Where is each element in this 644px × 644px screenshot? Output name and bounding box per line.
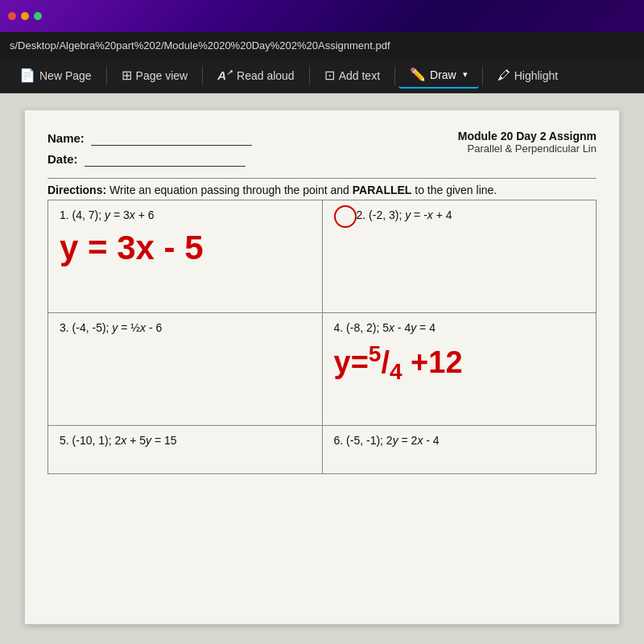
highlight-icon: 🖍	[497, 68, 510, 83]
draw-button[interactable]: ✏️ Draw ▾	[398, 62, 479, 89]
problem-3-number: 3.	[60, 321, 72, 334]
separator-5	[482, 66, 483, 85]
problem-4-number: 4.	[334, 321, 347, 334]
page-view-label: Page view	[136, 69, 188, 82]
directions: Directions: Write an equation passing th…	[47, 178, 597, 196]
name-date-section: Name: Date:	[47, 130, 458, 171]
separator-3	[309, 66, 310, 85]
problem-1-number: 1.	[60, 208, 72, 221]
problem-6-text: (-5, -1); 2y = 2x - 4	[346, 434, 440, 447]
problem-grid: 1. (4, 7); y = 3x + 6 y = 3x - 5 2. (-2,…	[47, 200, 597, 426]
draw-label: Draw	[430, 68, 456, 81]
problem-6-label: 6. (-5, -1); 2y = 2x - 4	[334, 434, 585, 447]
add-text-label: Add text	[339, 69, 380, 82]
problem-1-label: 1. (4, 7); y = 3x + 6	[60, 208, 311, 221]
date-field[interactable]	[85, 151, 246, 167]
pdf-area: Name: Date: Module 20 Day 2 Assignm Para…	[0, 93, 644, 644]
page-view-icon: ⊞	[122, 68, 132, 83]
header-row: Name: Date: Module 20 Day 2 Assignm Para…	[47, 130, 597, 171]
problem-2-text: (-2, 3); y = -x + 4	[369, 208, 452, 221]
problem-5-text: (-10, 1); 2x + 5y = 15	[72, 434, 177, 447]
parallel-text: PARALLEL	[353, 184, 412, 196]
highlight-label: Highlight	[514, 69, 558, 82]
problem-cell-5: 5. (-10, 1); 2x + 5y = 15	[48, 426, 323, 474]
toolbar: 📄 New Page ⊞ Page view A↗ Read aloud ⊡ A…	[0, 58, 644, 93]
problem-4-label: 4. (-8, 2); 5x - 4y = 4	[334, 321, 585, 334]
read-aloud-label: Read aloud	[237, 69, 295, 82]
directions-bold: Directions:	[47, 184, 106, 196]
name-label: Name:	[47, 131, 85, 145]
problem-2-circle	[334, 205, 357, 228]
problem-cell-6: 6. (-5, -1); 2y = 2x - 4	[323, 426, 597, 474]
url-bar[interactable]: s/Desktop/Algebra%20part%202/Module%2020…	[0, 32, 644, 58]
problem-4-text: (-8, 2); 5x - 4y = 4	[346, 321, 436, 334]
date-line: Date:	[47, 151, 458, 167]
draw-dropdown-icon[interactable]: ▾	[463, 69, 468, 80]
title-bar	[0, 0, 644, 32]
separator-1	[106, 66, 107, 85]
problem-5-label: 5. (-10, 1); 2x + 5y = 15	[60, 434, 311, 447]
highlight-button[interactable]: 🖍 Highlight	[486, 64, 569, 88]
name-field[interactable]	[91, 130, 252, 146]
problem-1-answer: y = 3x - 5	[60, 228, 311, 268]
close-dot	[8, 12, 16, 20]
assignment-info: Module 20 Day 2 Assignm Parallel & Perpe…	[458, 130, 597, 155]
problem-3-label: 3. (-4, -5); y = ½x - 6	[60, 321, 311, 334]
add-text-icon: ⊡	[324, 68, 335, 83]
url-path: s/Desktop/Algebra%20part%202/Module%2020…	[10, 39, 390, 52]
assignment-subtitle: Parallel & Perpendicular Lin	[458, 142, 597, 155]
new-page-icon: 📄	[19, 68, 35, 83]
problem-3-text: (-4, -5); y = ½x - 6	[72, 321, 163, 334]
assignment-title: Module 20 Day 2 Assignm	[458, 130, 597, 142]
date-label: Date:	[47, 152, 78, 166]
window-controls	[8, 12, 42, 20]
paper: Name: Date: Module 20 Day 2 Assignm Para…	[24, 109, 620, 625]
url-text: s/Desktop/Algebra%20part%202/Module%2020…	[10, 39, 390, 52]
name-line: Name:	[47, 130, 458, 146]
draw-icon: ✏️	[410, 67, 426, 82]
problem-2-label: 2. (-2, 3); y = -x + 4	[334, 208, 585, 221]
minimize-dot	[21, 12, 29, 20]
bottom-problems: 5. (-10, 1); 2x + 5y = 15 6. (-5, -1); 2…	[47, 426, 597, 474]
problem-6-number: 6.	[334, 434, 347, 447]
problem-cell-3: 3. (-4, -5); y = ½x - 6	[48, 313, 323, 426]
problem-cell-2: 2. (-2, 3); y = -x + 4	[323, 200, 597, 313]
problem-4-answer: y=5/4 +12	[334, 341, 585, 386]
problem-2-number: 2.	[357, 208, 369, 221]
page-view-button[interactable]: ⊞ Page view	[110, 63, 200, 88]
problem-1-text: (4, 7); y = 3x + 6	[72, 208, 155, 221]
separator-4	[394, 66, 395, 85]
maximize-dot	[34, 12, 42, 20]
new-page-button[interactable]: 📄 New Page	[8, 63, 103, 88]
separator-2	[202, 66, 203, 85]
new-page-label: New Page	[39, 69, 92, 82]
directions-text: Write an equation passing through the po…	[109, 184, 497, 196]
problem-cell-1: 1. (4, 7); y = 3x + 6 y = 3x - 5	[48, 200, 323, 313]
add-text-button[interactable]: ⊡ Add text	[313, 63, 391, 88]
read-aloud-icon: A↗	[217, 68, 233, 82]
problem-5-number: 5.	[60, 434, 72, 447]
problem-cell-4: 4. (-8, 2); 5x - 4y = 4 y=5/4 +12	[323, 313, 597, 426]
read-aloud-button[interactable]: A↗ Read aloud	[206, 64, 305, 87]
